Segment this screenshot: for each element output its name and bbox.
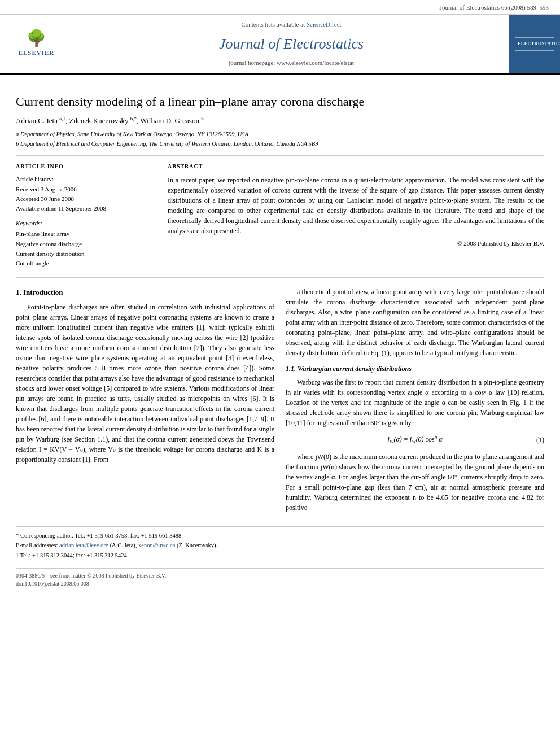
affiliation-b: b Department of Electrical and Computer … (16, 139, 544, 148)
body-para-right-1: a theoretical point of view, a linear po… (286, 287, 544, 358)
body-left-column: 1. Introduction Point-to-plane discharge… (16, 287, 274, 517)
history-label: Article history: (16, 175, 140, 184)
journal-citation-text: Journal of Electrostatics 66 (2008) 589–… (440, 4, 549, 11)
homepage-text: journal homepage: www.elsevier.com/locat… (229, 59, 354, 66)
keyword-3: Current density distribution (16, 250, 140, 258)
footnote-emails: E-mail addresses: adrian.ieta@ieee.org (… (16, 541, 544, 550)
article-info-panel: ARTICLE INFO Article history: Received 3… (16, 163, 140, 269)
vertical-divider (154, 163, 154, 269)
footnote-corresponding: * Corresponding author. Tel.: +1 519 661… (16, 531, 544, 540)
sciencedirect-link-text: ScienceDirect (307, 21, 342, 28)
main-content: Current density modeling of a linear pin… (0, 75, 560, 599)
email-1-name: (A.C. Ieta), (110, 542, 137, 548)
bottom-info: 0304-3886/$ – see front matter © 2008 Pu… (16, 568, 544, 588)
article-title: Current density modeling of a linear pin… (16, 94, 544, 110)
equation-1-content: jW(α) = jW(0) cosn α (308, 434, 522, 446)
subsection-1-1-heading: 1.1. Warburgian current density distribu… (286, 364, 544, 374)
journal-header: 🌳 ELSEVIER Contents lists available at S… (0, 15, 560, 74)
equation-1-line: jW(α) = jW(0) cosn α (1) (286, 434, 544, 446)
body-para-right-2: Warburg was the first to report that cur… (286, 377, 544, 428)
elsevier-tree-icon: 🌳 (27, 30, 46, 46)
email-label: E-mail addresses: (16, 542, 58, 548)
divider-2 (16, 277, 544, 278)
sciencedirect-prefix: Contents lists available at (241, 21, 305, 28)
email-link-1[interactable]: adrian.ieta@ieee.org (59, 542, 108, 548)
email-1-text: adrian.ieta@ieee.org (59, 542, 108, 548)
journal-homepage: journal homepage: www.elsevier.com/locat… (229, 59, 354, 67)
divider-1 (16, 155, 544, 156)
keyword-2: Negative corona discharge (16, 240, 140, 248)
email-link-2[interactable]: xenon@uwo.ca (138, 542, 175, 548)
keyword-1: Pin-plane linear array (16, 230, 140, 238)
electrostatics-badge: ELECTROSTATICS (509, 15, 560, 73)
email-2-name: (Z. Kucerovsky). (177, 542, 217, 548)
footnote-1: 1 Tel.: +1 315 312 3044; fax: +1 315 312… (16, 551, 544, 560)
footnotes: * Corresponding author. Tel.: +1 519 661… (16, 526, 544, 560)
abstract-body: In a recent paper, we reported on negati… (168, 175, 544, 236)
elsevier-logo: 🌳 ELSEVIER (0, 15, 73, 73)
affiliation-a: a Department of Physics, State Universit… (16, 130, 544, 139)
journal-title: Journal of Electrostatics (219, 34, 364, 54)
copyright-text: © 2008 Published by Elsevier B.V. (168, 239, 544, 248)
journal-citation: Journal of Electrostatics 66 (2008) 589–… (0, 0, 560, 15)
body-para-right-3: where jW(0) is the maximum corona curren… (286, 452, 544, 513)
elsevier-brand: ELSEVIER (19, 49, 55, 57)
abstract-panel: ABSTRACT In a recent paper, we reported … (168, 163, 544, 269)
equation-1-number: (1) (522, 435, 544, 445)
doi-line: doi:10.1016/j.elstat.2008.06.008 (16, 580, 544, 588)
keywords-label: Keywords: (16, 219, 140, 228)
authors-line: Adrian C. Ieta a,1, Zdenek Kucerovsky b,… (16, 115, 544, 126)
keyword-4: Cut-off angle (16, 259, 140, 268)
abstract-title: ABSTRACT (168, 163, 544, 171)
issn-line: 0304-3886/$ – see front matter © 2008 Pu… (16, 572, 544, 580)
section1-heading: 1. Introduction (16, 287, 274, 298)
email-2-text: xenon@uwo.ca (138, 542, 175, 548)
article-info-abstract: ARTICLE INFO Article history: Received 3… (16, 163, 544, 269)
body-para-1: Point-to-plane discharges are often stud… (16, 302, 274, 465)
body-right-column: a theoretical point of view, a linear po… (286, 287, 544, 517)
sciencedirect-line: Contents lists available at ScienceDirec… (241, 20, 341, 29)
available-date: Available online 11 September 2008 (16, 204, 140, 213)
sciencedirect-link[interactable]: ScienceDirect (307, 21, 342, 28)
keywords-section: Keywords: Pin-plane linear array Negativ… (16, 219, 140, 268)
badge-title-text: ELECTROSTATICS (518, 41, 552, 47)
journal-header-middle: Contents lists available at ScienceDirec… (73, 15, 509, 73)
accepted-date: Accepted 30 June 2008 (16, 195, 140, 203)
article-info-title: ARTICLE INFO (16, 163, 140, 171)
body-columns: 1. Introduction Point-to-plane discharge… (16, 287, 544, 517)
received-date: Received 3 August 2006 (16, 185, 140, 194)
affiliations: a Department of Physics, State Universit… (16, 130, 544, 149)
